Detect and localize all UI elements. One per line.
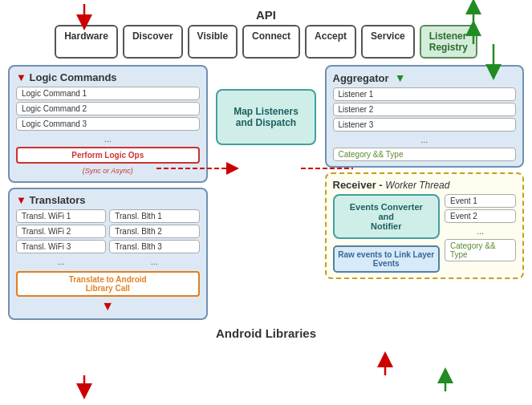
translate-action: Translate to AndroidLibrary Call <box>16 271 200 297</box>
listener-1: Listener 1 <box>333 87 517 101</box>
events-dots: ... <box>445 225 516 237</box>
visible-button[interactable]: Visible <box>188 25 238 59</box>
category-type-aggregator: Category && Type <box>333 148 517 161</box>
api-buttons-row: Hardware Discover Visible Connect Accept… <box>8 25 524 59</box>
logic-commands-title: ▼ Logic Commands <box>16 71 200 83</box>
transl-blth-1: Transl. Blth 1 <box>109 209 199 223</box>
perform-logic-ops: Perform Logic Ops <box>16 147 200 164</box>
receiver-right: Event 1 Event 2 ... Category && Type <box>445 194 516 273</box>
logic-command-1: Logic Command 1 <box>16 87 200 100</box>
transl-wifi-dots: ... <box>16 255 106 268</box>
aggregator-list: Listener 1 Listener 2 Listener 3 ... Cat… <box>333 87 517 161</box>
transl-wifi-1: Transl. WiFi 1 <box>16 209 106 223</box>
logic-command-3: Logic Command 3 <box>16 117 200 131</box>
map-listeners-box: Map Listenersand Dispatch <box>216 89 316 145</box>
raw-events-bar: Raw events to Link Layer Events <box>333 245 441 273</box>
translators-wifi-col: Transl. WiFi 1 Transl. WiFi 2 Transl. Wi… <box>16 209 106 268</box>
sync-or-async: (Sync or Async) <box>16 165 200 176</box>
left-column: ▼ Logic Commands Logic Command 1 Logic C… <box>8 65 208 320</box>
center-column: Map Listenersand Dispatch <box>214 65 319 320</box>
event-2: Event 2 <box>445 209 516 223</box>
receiver-section: Receiver - Worker Thread Events Converte… <box>325 172 525 279</box>
hardware-button[interactable]: Hardware <box>55 25 118 59</box>
logic-command-2: Logic Command 2 <box>16 102 200 115</box>
translators-inner: Transl. WiFi 1 Transl. WiFi 2 Transl. Wi… <box>16 209 200 268</box>
translators-title: ▼ Translators <box>16 194 200 206</box>
events-list: Event 1 Event 2 ... Category && Type <box>445 194 516 261</box>
transl-blth-3: Transl. Blth 3 <box>109 240 199 253</box>
listener-3: Listener 3 <box>333 118 517 132</box>
down-arrow-translators: ▼ <box>16 299 200 314</box>
architecture-diagram: API Hardware Discover Visible Connect Ac… <box>0 0 532 405</box>
listener-2: Listener 2 <box>333 103 517 116</box>
transl-wifi-3: Transl. WiFi 3 <box>16 240 106 253</box>
logic-commands-list: Logic Command 1 Logic Command 2 Logic Co… <box>16 87 200 176</box>
aggregator-title: Aggregator ▼ <box>333 71 517 84</box>
category-type-receiver: Category && Type <box>445 239 516 261</box>
main-content: ▼ Logic Commands Logic Command 1 Logic C… <box>8 65 524 320</box>
service-button[interactable]: Service <box>361 25 415 59</box>
receiver-inner: Events Converter andNotifier Raw events … <box>333 194 517 273</box>
logic-commands-section: ▼ Logic Commands Logic Command 1 Logic C… <box>8 65 208 183</box>
receiver-title: Receiver - Worker Thread <box>333 179 517 191</box>
api-label: API <box>8 8 524 22</box>
connect-button[interactable]: Connect <box>242 25 300 59</box>
transl-wifi-2: Transl. WiFi 2 <box>16 225 106 238</box>
translators-section: ▼ Translators Transl. WiFi 1 Transl. WiF… <box>8 188 208 320</box>
android-libraries-label: Android Libraries <box>8 326 524 340</box>
receiver-left: Events Converter andNotifier Raw events … <box>333 194 441 273</box>
aggregator-section: Aggregator ▼ Listener 1 Listener 2 Liste… <box>325 65 525 168</box>
listener-registry-button[interactable]: ListenerRegistry <box>420 25 477 59</box>
events-converter-box: Events Converter andNotifier <box>333 194 441 239</box>
event-1: Event 1 <box>445 194 516 208</box>
discover-button[interactable]: Discover <box>123 25 183 59</box>
transl-blth-2: Transl. Blth 2 <box>109 225 199 238</box>
listener-dots: ... <box>333 133 517 146</box>
transl-blth-dots: ... <box>109 255 199 268</box>
logic-commands-dots: ... <box>16 132 200 145</box>
accept-button[interactable]: Accept <box>305 25 356 59</box>
right-column: Aggregator ▼ Listener 1 Listener 2 Liste… <box>325 65 525 320</box>
translators-blth-col: Transl. Blth 1 Transl. Blth 2 Transl. Bl… <box>109 209 199 268</box>
